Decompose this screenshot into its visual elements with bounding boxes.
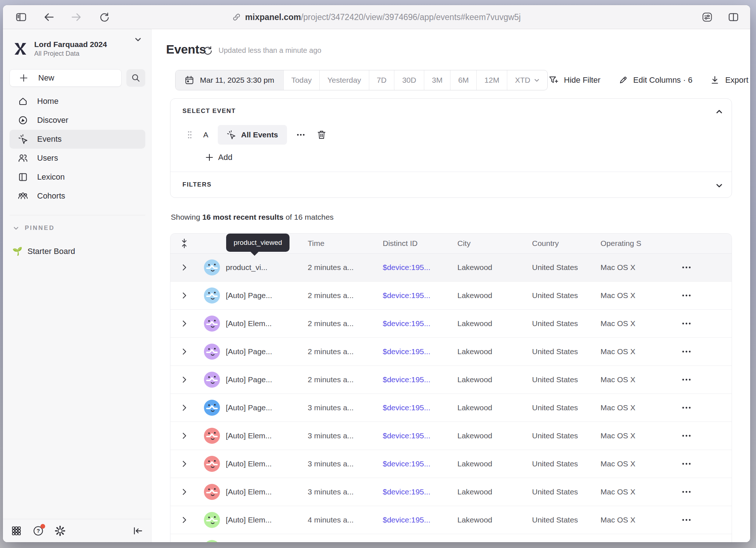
- range-segment-6m[interactable]: 6M: [450, 70, 476, 90]
- url-bar[interactable]: mixpanel.com/project/3472420/view/397469…: [232, 12, 521, 22]
- column-header-os[interactable]: Operating S: [601, 239, 675, 248]
- cell-distinct-id[interactable]: $device:195...: [383, 403, 457, 412]
- table-row[interactable]: [Auto] Page...2 minutes a...$device:195.…: [170, 282, 732, 310]
- back-icon[interactable]: [43, 11, 55, 23]
- gear-icon[interactable]: [55, 525, 66, 536]
- table-row[interactable]: [Auto] Elem...4 minutes a...$device:195.…: [170, 506, 732, 534]
- cell-distinct-id[interactable]: $device:195...: [383, 375, 457, 384]
- expand-row-icon[interactable]: [182, 376, 187, 383]
- expand-row-icon[interactable]: [182, 264, 187, 271]
- range-segment-3m[interactable]: 3M: [424, 70, 450, 90]
- expand-row-icon[interactable]: [182, 404, 187, 411]
- range-segment-30d[interactable]: 30D: [394, 70, 424, 90]
- sidebar-item-lexicon[interactable]: Lexicon: [9, 168, 145, 187]
- users-icon: [17, 153, 28, 163]
- cell-distinct-id[interactable]: $device:195...: [383, 431, 457, 440]
- search-button[interactable]: [126, 69, 145, 87]
- row-menu-icon[interactable]: [682, 406, 691, 409]
- pinned-section-header[interactable]: PINNED: [13, 224, 55, 232]
- refresh-icon[interactable]: [202, 45, 213, 55]
- help-icon[interactable]: ?: [33, 525, 44, 536]
- table-row[interactable]: [Auto] Page...2 minutes a...$device:195.…: [170, 366, 732, 394]
- more-options-icon[interactable]: [296, 133, 305, 136]
- apps-grid-icon[interactable]: [11, 525, 22, 536]
- cell-distinct-id[interactable]: $device:195...: [383, 347, 457, 356]
- table-row[interactable]: [Auto] Elem...3 minutes a...$device:195.…: [170, 450, 732, 478]
- range-segment-xtd[interactable]: XTD: [507, 70, 547, 90]
- row-menu-icon[interactable]: [682, 462, 691, 465]
- export-button[interactable]: Export: [710, 75, 748, 85]
- reload-icon[interactable]: [98, 11, 110, 23]
- column-header-city[interactable]: City: [457, 239, 532, 248]
- expand-row-icon[interactable]: [182, 292, 187, 299]
- cell-city: Lakewood: [457, 516, 532, 524]
- column-header-time[interactable]: Time: [308, 239, 383, 248]
- row-menu-icon[interactable]: [682, 434, 691, 437]
- drag-handle-icon[interactable]: [187, 130, 192, 139]
- edit-columns-button[interactable]: Edit Columns · 6: [618, 75, 693, 85]
- row-menu-icon[interactable]: [682, 518, 691, 521]
- row-menu-icon[interactable]: [682, 266, 691, 269]
- query-builder-card: SELECT EVENT A: [170, 98, 732, 198]
- collapse-all-rows-icon[interactable]: [170, 238, 198, 248]
- table-row[interactable]: product_vi...2 minutes a...$device:195..…: [170, 254, 732, 282]
- project-chevron-down-icon[interactable]: [134, 36, 142, 43]
- sidebar-item-events[interactable]: Events: [9, 130, 145, 149]
- new-button[interactable]: New: [9, 69, 122, 87]
- expand-filters-icon[interactable]: [716, 182, 723, 189]
- cell-country: United States: [532, 319, 601, 328]
- table-row[interactable]: [170, 534, 732, 542]
- range-segment-7d[interactable]: 7D: [369, 70, 394, 90]
- table-row[interactable]: [Auto] Page...3 minutes a...$device:195.…: [170, 394, 732, 422]
- row-menu-icon[interactable]: [682, 350, 691, 353]
- table-row[interactable]: [Auto] Elem...3 minutes a...$device:195.…: [170, 422, 732, 450]
- all-events-chip[interactable]: All Events: [218, 125, 287, 145]
- forward-icon[interactable]: [71, 11, 82, 23]
- cell-distinct-id[interactable]: $device:195...: [383, 488, 457, 496]
- cell-time: 3 minutes a...: [308, 431, 383, 440]
- range-segment-12m[interactable]: 12M: [476, 70, 507, 90]
- expand-row-icon[interactable]: [182, 348, 187, 355]
- cell-distinct-id[interactable]: $device:195...: [383, 263, 457, 272]
- results-summary: Showing 16 most recent results of 16 mat…: [171, 213, 334, 222]
- row-menu-icon[interactable]: [682, 322, 691, 325]
- add-event-button[interactable]: Add: [205, 153, 232, 162]
- sidebar-item-home[interactable]: Home: [9, 92, 145, 111]
- cell-distinct-id[interactable]: $device:195...: [383, 459, 457, 468]
- row-menu-icon[interactable]: [682, 490, 691, 493]
- cell-distinct-id[interactable]: $device:195...: [383, 291, 457, 300]
- range-segment-yesterday[interactable]: Yesterday: [319, 70, 369, 90]
- trash-icon[interactable]: [317, 130, 326, 140]
- project-switcher[interactable]: Lord Farquaad 2024 All Project Data: [14, 40, 144, 58]
- expand-row-icon[interactable]: [182, 320, 187, 327]
- table-row[interactable]: [Auto] Elem...2 minutes a...$device:195.…: [170, 310, 732, 338]
- row-menu-icon[interactable]: [682, 294, 691, 297]
- collapse-select-event-icon[interactable]: [716, 108, 723, 116]
- expand-row-icon[interactable]: [182, 488, 187, 496]
- sidebar-item-users[interactable]: Users: [9, 149, 145, 168]
- cell-time: 2 minutes a...: [308, 347, 383, 356]
- table-row[interactable]: [Auto] Page...2 minutes a...$device:195.…: [170, 338, 732, 366]
- column-header-distinct-id[interactable]: Distinct ID: [383, 239, 457, 248]
- expand-row-icon[interactable]: [182, 460, 187, 467]
- sidebar-item-discover[interactable]: Discover: [9, 111, 145, 130]
- collapse-sidebar-icon[interactable]: [132, 525, 143, 536]
- cell-distinct-id[interactable]: $device:195...: [383, 516, 457, 524]
- page-settings-icon[interactable]: [701, 11, 713, 23]
- table-row[interactable]: [Auto] Elem...3 minutes a...$device:195.…: [170, 478, 732, 506]
- expand-row-icon[interactable]: [182, 516, 187, 524]
- calendar-icon: [185, 75, 194, 85]
- split-view-icon[interactable]: [728, 11, 739, 23]
- date-picker[interactable]: Mar 11, 2025 3:30 pm: [176, 70, 283, 90]
- row-menu-icon[interactable]: [682, 378, 691, 381]
- range-segment-today[interactable]: Today: [283, 70, 319, 90]
- expand-row-icon[interactable]: [182, 432, 187, 439]
- cell-event: [Auto] Elem...: [226, 319, 308, 328]
- sidebar-item-cohorts[interactable]: Cohorts: [9, 187, 145, 206]
- sidebar-item-starter-board[interactable]: 🌱 Starter Board: [12, 243, 75, 260]
- cell-distinct-id[interactable]: $device:195...: [383, 319, 457, 328]
- column-header-country[interactable]: Country: [532, 239, 601, 248]
- sidebar-item-label: Home: [37, 97, 59, 106]
- hide-filter-button[interactable]: Hide Filter: [548, 75, 601, 85]
- sidebar-toggle-icon[interactable]: [15, 11, 27, 23]
